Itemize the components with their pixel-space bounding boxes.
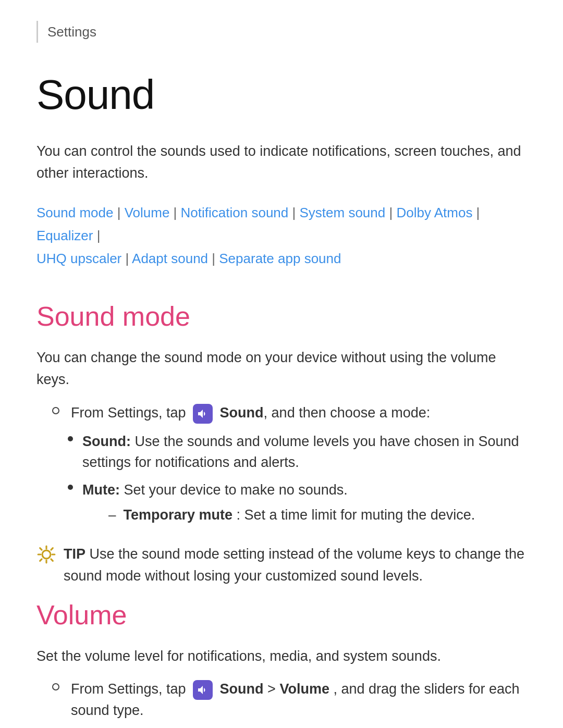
nav-links: Sound mode | Volume | Notification sound…: [36, 201, 527, 270]
volume-bold-volume: Volume: [279, 681, 329, 697]
svg-line-7: [51, 548, 53, 549]
sub-bullet-mute: Mute: Set your device to make no sounds.…: [68, 479, 527, 531]
volume-bullet1-text: From Settings, tap Sound > Volume , and …: [71, 678, 527, 721]
page-title: Sound: [36, 64, 527, 126]
bullet1-bold: Sound: [220, 405, 264, 421]
sound-mode-tip-text: TIP Use the sound mode setting instead o…: [64, 544, 527, 587]
nav-link-system-sound[interactable]: System sound: [299, 205, 385, 220]
mute-term: Mute:: [82, 482, 120, 498]
sound-desc: Use the sounds and volume levels you hav…: [82, 434, 519, 471]
sound-term: Sound:: [82, 434, 131, 449]
tip-label: TIP: [64, 546, 85, 562]
svg-line-5: [40, 548, 42, 549]
sound-mode-bullet1-text: From Settings, tap Sound, and then choos…: [71, 402, 430, 424]
breadcrumb-label: Settings: [47, 24, 96, 40]
sound-mode-section-title: Sound mode: [36, 296, 527, 337]
sound-mode-tip: TIP Use the sound mode setting instead o…: [36, 544, 527, 587]
dot-bullet-mute-icon: [68, 485, 73, 490]
temporary-mute-desc: : Set a time limit for muting the device…: [237, 507, 475, 523]
bullet1-suffix: , and then choose a mode:: [264, 405, 431, 421]
nav-link-volume[interactable]: Volume: [125, 205, 170, 220]
temporary-mute-group: – Temporary mute : Set a time limit for …: [108, 504, 475, 526]
sound-mode-sub-bullets: Sound: Use the sounds and volume levels …: [68, 431, 527, 531]
nav-link-adapt-sound[interactable]: Adapt sound: [132, 251, 208, 266]
svg-line-8: [40, 559, 42, 561]
mute-desc: Set your device to make no sounds.: [124, 482, 348, 498]
volume-bullet1-prefix: From Settings, tap: [71, 681, 190, 697]
volume-gt: >: [267, 681, 279, 697]
breadcrumb: Settings: [36, 21, 527, 43]
bullet1-prefix: From Settings, tap: [71, 405, 190, 421]
sound-mode-bullet1: From Settings, tap Sound, and then choos…: [52, 402, 527, 424]
nav-link-notification-sound[interactable]: Notification sound: [181, 205, 289, 220]
svg-line-6: [51, 559, 53, 561]
sound-mode-desc: You can change the sound mode on your de…: [36, 347, 527, 391]
volume-desc: Set the volume level for notifications, …: [36, 646, 527, 668]
temporary-mute-item: – Temporary mute : Set a time limit for …: [108, 504, 475, 526]
sub-bullet-mute-text: Mute: Set your device to make no sounds.…: [82, 479, 475, 531]
volume-sound-icon: [193, 680, 213, 700]
dot-bullet-icon: [68, 436, 73, 441]
nav-link-equalizer[interactable]: Equalizer: [36, 228, 93, 243]
circle-bullet-icon: [52, 407, 59, 414]
volume-section-title: Volume: [36, 595, 527, 635]
sound-settings-icon: [193, 404, 213, 424]
volume-bold-sound: Sound: [220, 681, 264, 697]
volume-circle-bullet: [52, 683, 59, 690]
intro-text: You can control the sounds used to indic…: [36, 141, 527, 184]
nav-link-dolby-atmos[interactable]: Dolby Atmos: [396, 205, 472, 220]
nav-link-separate-app-sound[interactable]: Separate app sound: [219, 251, 341, 266]
temporary-mute-term: Temporary mute: [123, 507, 232, 523]
nav-link-uhq-upscaler[interactable]: UHQ upscaler: [36, 251, 121, 266]
svg-point-0: [42, 550, 51, 559]
sub-bullet-sound: Sound: Use the sounds and volume levels …: [68, 431, 527, 473]
dash-icon: –: [108, 505, 116, 525]
sub-bullet-sound-text: Sound: Use the sounds and volume levels …: [82, 431, 527, 473]
temporary-mute-text: Temporary mute : Set a time limit for mu…: [123, 504, 475, 526]
volume-bullet1: From Settings, tap Sound > Volume , and …: [52, 678, 527, 721]
tip-sun-icon: [36, 545, 56, 564]
nav-link-sound-mode[interactable]: Sound mode: [36, 205, 113, 220]
